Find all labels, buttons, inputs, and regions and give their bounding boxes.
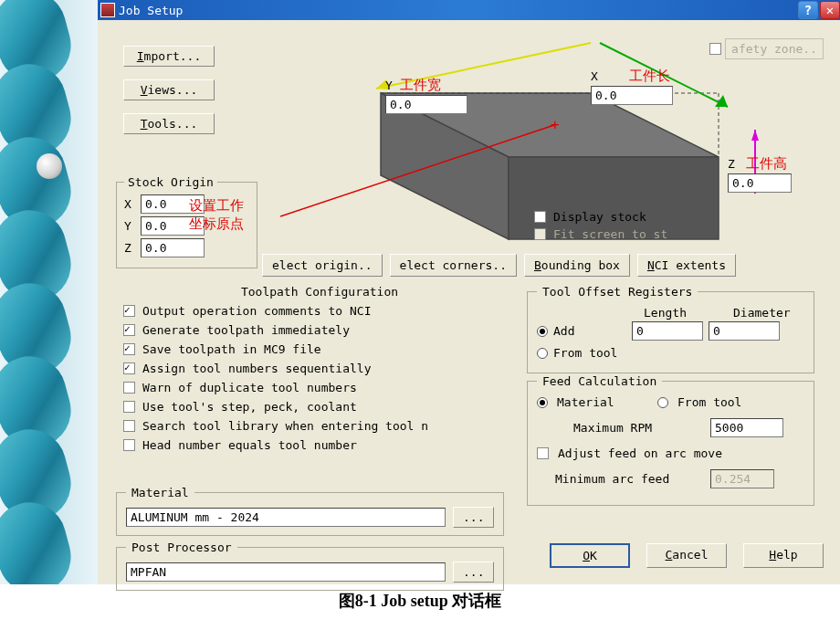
fit-screen-label: Fit screen to st	[553, 227, 667, 241]
chk-use-tool-step[interactable]	[123, 401, 135, 413]
chk-head-equals-tool[interactable]	[123, 439, 135, 451]
display-stock-checkbox[interactable]	[534, 211, 546, 223]
chk-search-library[interactable]	[123, 420, 135, 432]
material-input[interactable]: ALUMINUM mm - 2024	[126, 508, 446, 527]
tool-offset-group: Tool Offset Registers LengthDiameter Add…	[527, 285, 814, 373]
titlebar-close-button[interactable]: ✕	[820, 1, 840, 19]
titlebar: Job Setup ? ✕	[98, 0, 840, 20]
annotation-origin-1: 设置工作	[189, 197, 244, 215]
min-arc-feed-input: 0.254	[710, 469, 774, 488]
nci-extents-button[interactable]: NCI extents	[637, 254, 736, 277]
stock-origin-legend: Stock Origin	[124, 175, 217, 189]
x-dim-input[interactable]: 0.0	[591, 86, 673, 105]
tools-button[interactable]: Tools...	[123, 113, 215, 134]
select-origin-button[interactable]: elect origin..	[262, 254, 383, 277]
radio-from-tool-offset[interactable]	[537, 348, 548, 359]
annotation-height: 工件高	[746, 155, 787, 173]
chk-generate-immediately[interactable]	[123, 324, 135, 336]
z-dim-input[interactable]: 0.0	[728, 173, 792, 193]
feed-calc-legend: Feed Calculation	[537, 374, 662, 388]
annotation-width: 工件宽	[400, 77, 441, 94]
material-group: Material ALUMINUM mm - 2024 ...	[116, 486, 504, 536]
annotation-origin-2: 坐标原点	[189, 215, 244, 233]
post-processor-input[interactable]: MPFAN	[126, 562, 446, 582]
chk-save-mc9[interactable]	[123, 343, 135, 355]
toolpath-config-group: Toolpath Configuration Output operation …	[123, 285, 516, 457]
origin-z-input[interactable]: 0.0	[141, 238, 205, 257]
chk-assign-sequential[interactable]	[123, 362, 135, 374]
tool-offset-legend: Tool Offset Registers	[537, 285, 698, 299]
radio-add[interactable]	[537, 326, 548, 337]
svg-marker-10	[751, 130, 759, 141]
help-button[interactable]: Help	[743, 543, 824, 568]
views-button[interactable]: Views...	[123, 79, 215, 100]
feed-calc-group: Feed Calculation Material From tool Maxi…	[527, 374, 814, 506]
z-label: Z	[728, 157, 735, 171]
fit-screen-checkbox	[534, 228, 546, 240]
y-label: Y	[385, 79, 393, 92]
display-stock-label: Display stock	[553, 210, 646, 224]
app-icon	[100, 3, 115, 17]
toolpath-legend: Toolpath Configuration	[123, 285, 516, 299]
radio-material[interactable]	[537, 397, 548, 408]
ok-button[interactable]: OK	[550, 543, 630, 568]
material-legend: Material	[126, 486, 194, 499]
chk-adjust-feed-arc[interactable]	[537, 447, 549, 459]
radio-from-tool-feed[interactable]	[657, 397, 668, 408]
offset-diameter-input[interactable]: 0	[709, 321, 780, 341]
chk-warn-duplicate[interactable]	[123, 382, 135, 394]
window-title: Job Setup	[119, 4, 183, 17]
chk-output-comments[interactable]	[123, 305, 135, 317]
decorative-sidebar	[0, 0, 98, 584]
annotation-length: 工件长	[629, 68, 670, 85]
post-processor-browse-button[interactable]: ...	[453, 562, 494, 583]
x-label: X	[591, 69, 598, 83]
cancel-button[interactable]: Cancel	[646, 543, 727, 568]
offset-length-input[interactable]: 0	[632, 321, 703, 341]
svg-text:+: +	[551, 116, 560, 133]
titlebar-help-button[interactable]: ?	[798, 1, 818, 19]
dialog-body: Import... Views... Tools... afety zone..	[98, 20, 840, 584]
y-dim-input[interactable]: 0.0	[385, 95, 467, 114]
max-rpm-input[interactable]: 5000	[710, 418, 783, 437]
figure-caption: 图8-1 Job setup 对话框	[0, 590, 840, 612]
post-processor-legend: Post Processor	[126, 541, 237, 554]
post-processor-group: Post Processor MPFAN ...	[116, 541, 504, 591]
bounding-box-button[interactable]: Bounding box	[524, 254, 630, 277]
import-button[interactable]: Import...	[123, 46, 215, 67]
material-browse-button[interactable]: ...	[453, 507, 494, 528]
select-corners-button[interactable]: elect corners..	[390, 254, 517, 277]
